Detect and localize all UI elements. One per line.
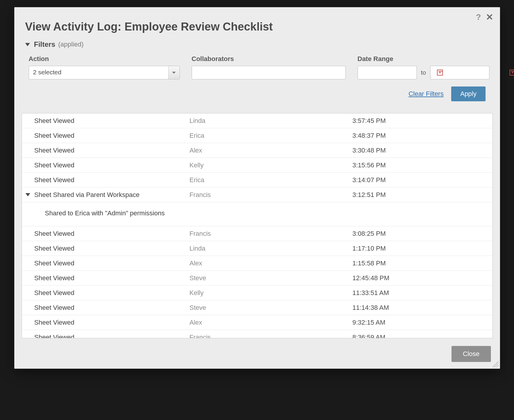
close-icon[interactable]: ✕ [486,13,493,22]
row-timestamp: 3:30:48 PM [353,147,492,154]
row-action: Sheet Viewed [33,274,190,282]
action-select-value: 2 selected [29,66,168,79]
row-collaborator: Francis [190,230,353,238]
collaborators-filter-label: Collaborators [192,55,346,63]
row-expand-icon[interactable] [24,193,33,196]
row-action: Sheet Viewed [33,132,190,140]
date-range-to-label: to [421,69,426,76]
collaborators-input[interactable] [192,66,346,79]
row-timestamp: 12:45:48 PM [353,274,492,282]
chevron-down-icon [25,193,30,196]
row-action: Sheet Viewed [33,259,190,267]
row-timestamp: 3:08:25 PM [353,230,492,238]
activity-log-table[interactable]: Sheet ViewedLinda3:57:45 PMSheet ViewedE… [22,113,493,338]
log-row[interactable]: Sheet ViewedFrancis8:36:59 AM [22,330,492,338]
row-action: Sheet Viewed [33,117,190,125]
date-from-input[interactable] [358,66,417,79]
date-range-filter-label: Date Range [358,55,490,63]
filters-applied-badge: (applied) [58,41,84,48]
row-collaborator: Alex [190,147,353,154]
row-detail: Shared to Erica with "Admin" permissions [22,202,492,226]
log-row[interactable]: Sheet ViewedSteve12:45:48 PM [22,271,492,286]
row-timestamp: 9:32:15 AM [353,319,492,326]
row-collaborator: Erica [190,176,353,184]
log-row[interactable]: Sheet Shared via Parent WorkspaceFrancis… [22,187,492,202]
log-row[interactable]: Sheet ViewedFrancis3:08:25 PM [22,226,492,241]
row-timestamp: 3:14:07 PM [353,176,492,184]
row-action: Sheet Viewed [33,147,190,154]
help-icon[interactable]: ? [476,13,481,21]
row-collaborator: Steve [190,304,353,312]
action-select-caret[interactable] [168,66,180,79]
log-row[interactable]: Sheet ViewedAlex3:30:48 PM [22,143,492,158]
close-button[interactable]: Close [451,346,491,362]
clear-filters-link[interactable]: Clear Filters [409,90,444,98]
log-row[interactable]: Sheet ViewedAlex1:15:58 PM [22,256,492,271]
log-row[interactable]: Sheet ViewedKelly11:33:51 AM [22,286,492,300]
log-row[interactable]: Sheet ViewedErica3:48:37 PM [22,128,492,143]
row-timestamp: 3:12:51 PM [353,191,492,199]
row-action: Sheet Viewed [33,319,190,326]
row-action: Sheet Viewed [33,176,190,184]
chevron-down-icon [25,43,30,46]
row-action: Sheet Viewed [33,334,190,339]
log-row[interactable]: Sheet ViewedLinda1:17:10 PM [22,241,492,256]
row-collaborator: Alex [190,259,353,267]
row-timestamp: 1:17:10 PM [353,245,492,252]
row-action: Sheet Shared via Parent Workspace [33,191,190,199]
row-collaborator: Steve [190,274,353,282]
log-row[interactable]: Sheet ViewedAlex9:32:15 AM [22,315,492,330]
row-collaborator: Kelly [190,289,353,297]
log-row[interactable]: Sheet ViewedKelly3:15:56 PM [22,158,492,173]
row-timestamp: 8:36:59 AM [353,334,492,339]
action-filter-label: Action [29,55,180,63]
filters-label: Filters [34,40,55,49]
resize-grip-icon[interactable] [492,361,499,367]
action-select[interactable]: 2 selected [29,66,180,79]
row-timestamp: 11:33:51 AM [353,289,492,297]
row-action: Sheet Viewed [33,289,190,297]
chevron-down-icon [172,72,176,74]
apply-button[interactable]: Apply [451,86,485,101]
row-timestamp: 11:14:38 AM [353,304,492,312]
row-timestamp: 3:15:56 PM [353,161,492,169]
row-collaborator: Francis [190,191,353,199]
row-collaborator: Alex [190,319,353,326]
date-to-field[interactable] [433,69,510,76]
row-collaborator: Linda [190,117,353,125]
dialog-title: View Activity Log: Employee Review Check… [25,20,489,33]
row-action: Sheet Viewed [33,245,190,252]
calendar-icon[interactable] [510,70,514,76]
row-collaborator: Linda [190,245,353,252]
row-collaborator: Francis [190,334,353,339]
row-collaborator: Erica [190,132,353,140]
row-action: Sheet Viewed [33,230,190,238]
activity-log-dialog: ? ✕ View Activity Log: Employee Review C… [14,7,500,369]
row-action: Sheet Viewed [33,304,190,312]
log-row[interactable]: Sheet ViewedLinda3:57:45 PM [22,113,492,128]
log-row[interactable]: Sheet ViewedSteve11:14:38 AM [22,300,492,315]
filters-toggle[interactable]: Filters (applied) [25,40,489,49]
row-collaborator: Kelly [190,161,353,169]
row-timestamp: 3:48:37 PM [353,132,492,140]
calendar-icon[interactable] [437,70,443,76]
row-timestamp: 1:15:58 PM [353,259,492,267]
row-timestamp: 3:57:45 PM [353,117,492,125]
row-action: Sheet Viewed [33,161,190,169]
log-row[interactable]: Sheet ViewedErica3:14:07 PM [22,173,492,187]
